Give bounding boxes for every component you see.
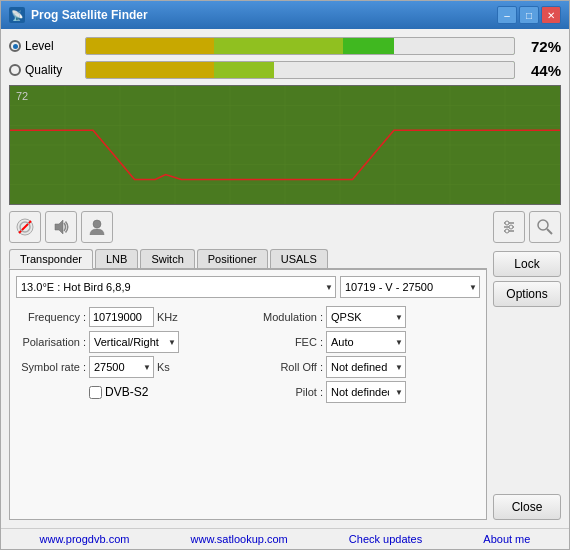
svg-marker-17 <box>55 220 63 234</box>
main-window: 📡 Prog Satellite Finder – □ ✕ Level 72% <box>0 0 570 550</box>
tab-lnb[interactable]: LNB <box>95 249 138 268</box>
satlookup-link[interactable]: www.satlookup.com <box>191 533 288 545</box>
toolbar-left <box>9 211 113 243</box>
quality-radio[interactable] <box>9 64 21 76</box>
buttons-spacer <box>493 311 561 490</box>
tab-usals[interactable]: USALS <box>270 249 328 268</box>
quality-value: 44% <box>521 62 561 79</box>
window-title: Prog Satellite Finder <box>31 8 148 22</box>
audio-button[interactable] <box>45 211 77 243</box>
minimize-button[interactable]: – <box>497 6 517 24</box>
dvbs2-checkbox[interactable] <box>89 386 102 399</box>
close-window-button[interactable]: ✕ <box>541 6 561 24</box>
polarisation-field: Polarisation : Vertical/Right <box>16 331 243 353</box>
symbolrate-label: Symbol rate : <box>16 361 86 373</box>
quality-label: Quality <box>25 63 62 77</box>
footer: www.progdvb.com www.satlookup.com Check … <box>1 528 569 549</box>
fec-select-wrapper: Auto <box>326 331 406 353</box>
frequency-field: Frequency : KHz <box>16 306 243 328</box>
level-radio-label[interactable]: Level <box>9 39 79 53</box>
svg-point-22 <box>505 221 509 225</box>
check-updates-link[interactable]: Check updates <box>349 533 422 545</box>
settings-button[interactable] <box>493 211 525 243</box>
quality-bar-empty <box>274 62 514 78</box>
settings-icon <box>500 218 518 236</box>
symbolrate-unit: Ks <box>157 361 170 373</box>
signal-graph-svg <box>10 86 560 204</box>
dvbs2-field: DVB-S2 <box>16 381 243 403</box>
search-icon <box>536 218 554 236</box>
symbolrate-field: Symbol rate : 27500 Ks <box>16 356 243 378</box>
close-button[interactable]: Close <box>493 494 561 520</box>
rolloff-select[interactable]: Not defined <box>326 356 406 378</box>
svg-point-23 <box>509 225 513 229</box>
frequency-label: Frequency : <box>16 311 86 323</box>
toolbar-right <box>493 211 561 243</box>
svg-point-25 <box>538 220 548 230</box>
dvbs2-label: DVB-S2 <box>105 385 148 399</box>
tab-bar: Transponder LNB Switch Positioner USALS <box>9 249 487 269</box>
modulation-label: Modulation : <box>253 311 323 323</box>
level-value: 72% <box>521 38 561 55</box>
signal-graph: 72 <box>9 85 561 205</box>
lock-button[interactable]: Lock <box>493 251 561 277</box>
fec-label: FEC : <box>253 336 323 348</box>
polarisation-label: Polarisation : <box>16 336 86 348</box>
pilot-field: Pilot : Not definded <box>253 381 480 403</box>
search-button[interactable] <box>529 211 561 243</box>
tab-transponder[interactable]: Transponder <box>9 249 93 269</box>
graph-label: 72 <box>16 90 28 102</box>
level-radio[interactable] <box>9 40 21 52</box>
transponder-form: 13.0°E : Hot Bird 6,8,9 10719 - V - 2750… <box>9 269 487 520</box>
action-buttons-panel: Lock Options Close <box>493 247 561 520</box>
no-signal-button[interactable] <box>9 211 41 243</box>
about-me-link[interactable]: About me <box>483 533 530 545</box>
svg-point-18 <box>93 220 101 228</box>
level-label: Level <box>25 39 54 53</box>
pilot-select-wrapper: Not definded <box>326 381 406 403</box>
fec-field: FEC : Auto <box>253 331 480 353</box>
form-grid: Frequency : KHz Modulation : QPSK <box>16 306 480 403</box>
transponder-select-wrapper: 10719 - V - 27500 <box>340 276 480 298</box>
toolbar <box>9 211 561 243</box>
pilot-select[interactable]: Not definded <box>326 381 406 403</box>
speaker-icon <box>52 218 70 236</box>
satellite-select[interactable]: 13.0°E : Hot Bird 6,8,9 <box>16 276 336 298</box>
modulation-field: Modulation : QPSK <box>253 306 480 328</box>
fec-select[interactable]: Auto <box>326 331 406 353</box>
level-bar-empty <box>394 38 514 54</box>
modulation-select[interactable]: QPSK <box>326 306 406 328</box>
level-meter-row: Level 72% <box>9 37 561 55</box>
progdvb-link[interactable]: www.progdvb.com <box>40 533 130 545</box>
polarisation-select-wrapper: Vertical/Right <box>89 331 179 353</box>
content-area: Level 72% Quality 44% 72 <box>1 29 569 528</box>
rolloff-select-wrapper: Not defined <box>326 356 406 378</box>
symbolrate-select[interactable]: 27500 <box>89 356 154 378</box>
title-controls: – □ ✕ <box>497 6 561 24</box>
svg-point-24 <box>505 229 509 233</box>
symbolrate-select-wrapper: 27500 <box>89 356 154 378</box>
quality-meter-bar <box>85 61 515 79</box>
svg-line-26 <box>547 229 552 234</box>
rolloff-field: Roll Off : Not defined <box>253 356 480 378</box>
options-button[interactable]: Options <box>493 281 561 307</box>
user-button[interactable] <box>81 211 113 243</box>
tab-switch[interactable]: Switch <box>140 249 194 268</box>
polarisation-select[interactable]: Vertical/Right <box>89 331 179 353</box>
maximize-button[interactable]: □ <box>519 6 539 24</box>
app-icon: 📡 <box>9 7 25 23</box>
no-signal-icon <box>16 218 34 236</box>
title-bar-left: 📡 Prog Satellite Finder <box>9 7 148 23</box>
transponder-select[interactable]: 10719 - V - 27500 <box>340 276 480 298</box>
title-bar: 📡 Prog Satellite Finder – □ ✕ <box>1 1 569 29</box>
quality-radio-label[interactable]: Quality <box>9 63 79 77</box>
modulation-select-wrapper: QPSK <box>326 306 406 328</box>
frequency-input[interactable] <box>89 307 154 327</box>
quality-meter-row: Quality 44% <box>9 61 561 79</box>
satellite-select-wrapper: 13.0°E : Hot Bird 6,8,9 <box>16 276 336 298</box>
satellite-tp-row: 13.0°E : Hot Bird 6,8,9 10719 - V - 2750… <box>16 276 480 298</box>
person-icon <box>88 218 106 236</box>
tab-positioner[interactable]: Positioner <box>197 249 268 268</box>
frequency-unit: KHz <box>157 311 178 323</box>
level-meter-bar <box>85 37 515 55</box>
